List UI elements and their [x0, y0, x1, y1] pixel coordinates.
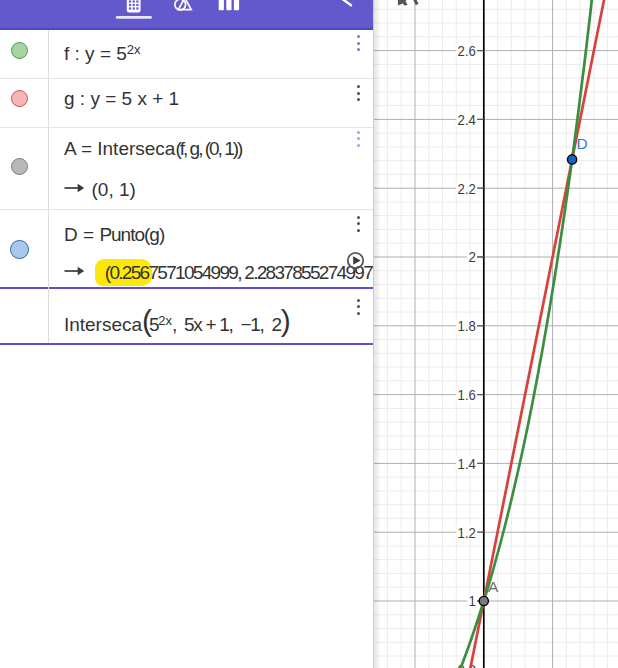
- svg-text:1.2: 1.2: [458, 524, 476, 541]
- svg-text:2: 2: [469, 248, 476, 265]
- svg-text:1.4: 1.4: [458, 455, 476, 472]
- svg-text:1.6: 1.6: [458, 386, 476, 403]
- svg-text:2.4: 2.4: [458, 111, 476, 128]
- svg-text:A: A: [488, 578, 499, 595]
- svg-text:D: D: [576, 135, 587, 152]
- svg-text:1: 1: [469, 592, 476, 609]
- svg-text:2.6: 2.6: [458, 42, 476, 59]
- svg-text:1.8: 1.8: [458, 317, 476, 334]
- svg-text:2.2: 2.2: [458, 180, 476, 197]
